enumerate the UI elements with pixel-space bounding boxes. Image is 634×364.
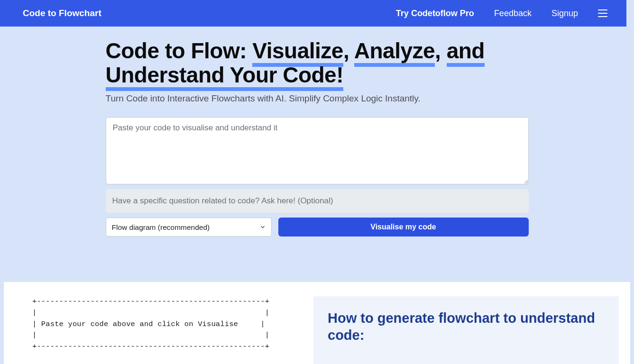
- brand-title[interactable]: Code to Flowchart: [23, 8, 101, 18]
- hero-title: Code to Flow: Visualize, Analyze, and Un…: [106, 39, 529, 87]
- lower-panel: +---------------------------------------…: [4, 282, 630, 364]
- nav-right: Try Codetoflow Pro Feedback Signup: [396, 9, 607, 18]
- hero-dec: Understand Your Code!: [106, 63, 344, 91]
- hero-text: ,: [343, 38, 354, 63]
- feedback-link[interactable]: Feedback: [494, 9, 532, 18]
- form-row: Flow diagram (recommended) Visualise my …: [106, 218, 529, 237]
- how-box: How to generate flowchart to understand …: [313, 296, 619, 364]
- navbar: Code to Flowchart Try Codetoflow Pro Fee…: [0, 0, 626, 27]
- hero-dec: Analyze: [354, 38, 435, 67]
- code-input[interactable]: [106, 117, 529, 184]
- ascii-preview: +---------------------------------------…: [4, 296, 269, 353]
- diagram-select[interactable]: Flow diagram (recommended): [106, 218, 272, 237]
- visualise-button[interactable]: Visualise my code: [278, 218, 529, 237]
- how-title: How to generate flowchart to understand …: [328, 309, 605, 344]
- try-pro-link[interactable]: Try Codetoflow Pro: [396, 9, 474, 18]
- question-input[interactable]: [106, 189, 529, 213]
- hero-dec: and: [447, 38, 485, 67]
- hero: Code to Flow: Visualize, Analyze, and Un…: [104, 39, 531, 104]
- signup-link[interactable]: Signup: [551, 9, 578, 18]
- hero-text: ,: [435, 38, 447, 63]
- form-area: Flow diagram (recommended) Visualise my …: [104, 117, 531, 237]
- diagram-select-wrap: Flow diagram (recommended): [106, 218, 272, 237]
- hero-text: Code to Flow:: [106, 38, 253, 63]
- hero-subtitle: Turn Code into Interactive Flowcharts wi…: [106, 93, 529, 104]
- hamburger-icon[interactable]: [598, 9, 607, 17]
